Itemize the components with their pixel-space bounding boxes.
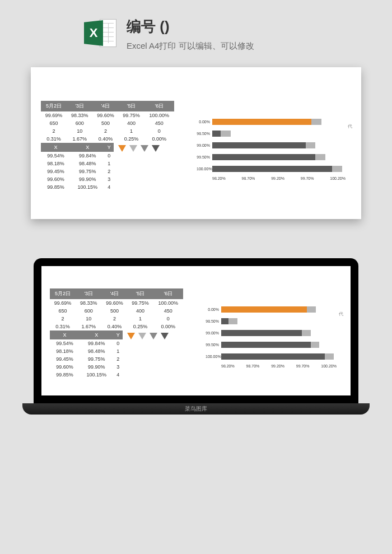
col-header: '6日 <box>153 288 183 299</box>
chart-x-tick: 99.20% <box>271 364 284 368</box>
triangle-legend-laptop <box>125 333 169 339</box>
triangle-icon <box>152 145 160 152</box>
laptop-mockup: 5月2日'3日'4日'5日'6日99.69%98.33%99.60%99.75%… <box>22 258 370 415</box>
preview-card: 5月2日'3日'4日'5日'6日99.69%98.33%99.60%99.75%… <box>31 67 361 219</box>
chart-y-label: 0.00% <box>197 120 212 124</box>
col-header: Y <box>114 330 123 339</box>
chart-x-tick: 98.20% <box>212 176 226 180</box>
table-row: 99.45%99.75%2 <box>41 167 114 175</box>
chart-x-tick: 99.70% <box>296 364 310 368</box>
table-row: 210210 <box>41 127 174 135</box>
table-main-laptop: 5月2日'3日'4日'5日'6日99.69%98.33%99.60%99.75%… <box>50 288 183 330</box>
table-row: 99.60%99.90%3 <box>50 363 123 371</box>
chart-bar-row: 99.50% <box>206 341 337 348</box>
table-row: 0.31%1.67%0.40%0.25%0.00% <box>50 323 183 330</box>
table-row: 98.18%98.48%1 <box>41 160 114 167</box>
laptop-base: 菜鸟图库 <box>22 403 370 415</box>
page-header: X 编号 () Excel A4打印 可以编辑、可以修改 <box>0 0 392 63</box>
triangle-icon <box>150 333 157 339</box>
table-row: 0.31%1.67%0.40%0.25%0.00% <box>41 135 174 143</box>
chart-x-tick: 99.70% <box>301 176 314 180</box>
chart-y-label: 99.00% <box>197 143 212 147</box>
chart-x-tick: 98.70% <box>246 364 260 368</box>
bar-chart: 代 0.00%98.50%99.00%99.50%100.00%98.20%98… <box>179 101 351 191</box>
triangle-icon <box>127 333 135 339</box>
excel-icon: X <box>84 17 116 49</box>
chart-right-label-laptop: 代 <box>339 311 343 317</box>
page-title: 编号 () <box>127 17 254 36</box>
laptop-brand: 菜鸟图库 <box>185 405 207 413</box>
table-secondary-laptop: XXY99.54%99.84%098.18%98.48%199.45%99.75… <box>50 330 123 379</box>
chart-y-label: 100.00% <box>206 355 221 359</box>
chart-x-tick: 100.20% <box>321 364 337 368</box>
table-main: 5月2日'3日'4日'5日'6日99.69%98.33%99.60%99.75%… <box>41 101 174 143</box>
table-row: 99.45%99.75%2 <box>50 355 123 363</box>
col-header: 5月2日 <box>50 288 76 299</box>
chart-bar-row: 98.50% <box>206 317 337 325</box>
triangle-icon <box>141 145 148 152</box>
triangle-icon <box>129 145 137 152</box>
chart-y-label: 99.50% <box>197 155 212 159</box>
bar-chart-laptop: 代 0.00%98.50%99.00%99.50%100.00%98.20%98… <box>188 288 342 379</box>
table-row: 99.60%99.90%3 <box>41 175 114 183</box>
chart-y-label: 99.00% <box>206 331 221 335</box>
chart-bar-row: 99.50% <box>197 153 346 161</box>
tables-block-laptop: 5月2日'3日'4日'5日'6日99.69%98.33%99.60%99.75%… <box>50 288 183 379</box>
table-row: 99.85%100.15%4 <box>50 371 123 379</box>
triangle-legend <box>116 145 160 152</box>
chart-bar-row: 0.00% <box>197 118 346 125</box>
table-row: 99.69%98.33%99.60%99.75%100.00% <box>41 111 174 119</box>
table-row: 99.54%99.84%0 <box>41 152 114 160</box>
col-header: X <box>50 330 80 339</box>
chart-bar-row: 99.00% <box>206 329 337 337</box>
col-header: X <box>41 143 71 152</box>
chart-bar-row: 98.50% <box>197 129 346 137</box>
triangle-icon <box>161 333 169 339</box>
col-header: Y <box>105 143 114 152</box>
page-subtitle: Excel A4打印 可以编辑、可以修改 <box>127 41 254 52</box>
laptop-screen: 5月2日'3日'4日'5日'6日99.69%98.33%99.60%99.75%… <box>34 258 358 403</box>
col-header: '3日 <box>76 288 101 299</box>
chart-right-label: 代 <box>348 123 352 129</box>
table-row: 99.85%100.15%4 <box>41 183 114 191</box>
table-row: 98.18%98.48%1 <box>50 347 123 355</box>
chart-y-label: 99.50% <box>206 343 221 347</box>
triangle-icon <box>118 145 126 152</box>
chart-x-axis: 98.20%98.70%99.20%99.70%100.20% <box>197 176 346 180</box>
col-header: 5月2日 <box>41 101 67 111</box>
chart-x-tick: 99.20% <box>271 176 284 180</box>
col-header: X <box>71 143 105 152</box>
chart-bar-row: 99.00% <box>197 141 346 149</box>
chart-x-tick: 98.20% <box>221 364 235 368</box>
table-row: 99.54%99.84%0 <box>50 339 123 347</box>
chart-bar-row: 100.00% <box>206 352 337 360</box>
col-header: '5日 <box>128 288 153 299</box>
table-row: 210210 <box>50 315 183 323</box>
chart-x-tick: 100.20% <box>330 176 346 180</box>
col-header: '4日 <box>101 288 127 299</box>
chart-bar-row: 100.00% <box>197 165 346 173</box>
tables-block: 5月2日'3日'4日'5日'6日99.69%98.33%99.60%99.75%… <box>41 101 174 191</box>
chart-bar-row: 0.00% <box>206 305 337 313</box>
col-header: '4日 <box>92 101 118 111</box>
table-row: 650600500400450 <box>50 307 183 315</box>
chart-y-label: 98.50% <box>206 319 221 323</box>
chart-y-label: 0.00% <box>206 308 221 311</box>
table-row: 99.69%98.33%99.60%99.75%100.00% <box>50 299 183 307</box>
chart-y-label: 100.00% <box>197 167 212 171</box>
col-header: X <box>80 330 114 339</box>
col-header: '6日 <box>144 101 174 111</box>
header-text: 编号 () Excel A4打印 可以编辑、可以修改 <box>127 17 254 52</box>
triangle-icon <box>138 333 146 339</box>
chart-x-axis: 98.20%98.70%99.20%99.70%100.20% <box>206 364 337 368</box>
chart-x-tick: 98.70% <box>242 176 255 180</box>
col-header: '3日 <box>67 101 92 111</box>
table-secondary: XXY99.54%99.84%098.18%98.48%199.45%99.75… <box>41 143 114 191</box>
table-row: 650600500400450 <box>41 119 174 127</box>
col-header: '5日 <box>119 101 144 111</box>
chart-y-label: 98.50% <box>197 132 212 136</box>
